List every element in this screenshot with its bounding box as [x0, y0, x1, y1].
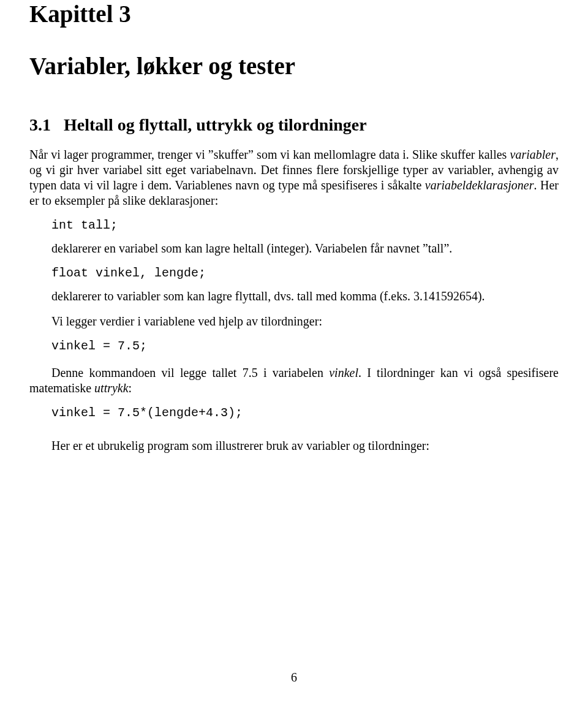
- text-run: Denne kommandoen vil legge tallet 7.5 i …: [51, 366, 329, 379]
- italic-term: variabler: [510, 148, 556, 161]
- italic-term: tilordninger: [261, 314, 318, 328]
- text-run: :: [318, 314, 322, 328]
- paragraph-float-expl: deklarerer to variabler som kan lagre fl…: [51, 289, 559, 304]
- section-title: Heltall og flyttall, uttrykk og tilordni…: [64, 115, 367, 134]
- italic-term: variabeldeklarasjoner: [425, 178, 534, 192]
- text-run: Når vi lager programmer, trenger vi ”sku…: [29, 148, 510, 161]
- code-int-decl: int tall;: [51, 218, 559, 232]
- code-expr: vinkel = 7.5*(lengde+4.3);: [51, 406, 559, 420]
- text-run: Vi legger verdier i variablene ved hjelp…: [51, 314, 261, 328]
- paragraph-intro: Når vi lager programmer, trenger vi ”sku…: [29, 147, 559, 208]
- paragraph-int-expl: deklarerer en variabel som kan lagre hel…: [51, 241, 559, 256]
- italic-term: vinkel: [329, 366, 358, 379]
- italic-term: uttrykk: [94, 381, 129, 395]
- page: Kapittel 3 Variabler, løkker og tester 3…: [0, 0, 588, 454]
- code-assign: vinkel = 7.5;: [51, 339, 559, 353]
- section-number: 3.1: [29, 115, 51, 134]
- paragraph-closing: Her er et ubrukelig program som illustre…: [51, 438, 559, 454]
- paragraph-assign-expl: Denne kommandoen vil legge tallet 7.5 i …: [29, 365, 559, 396]
- chapter-title: Variabler, løkker og tester: [29, 52, 559, 80]
- text-run: :: [129, 381, 132, 395]
- code-float-decl: float vinkel, lengde;: [51, 266, 559, 280]
- paragraph-tilordning: Vi legger verdier i variablene ved hjelp…: [51, 314, 559, 329]
- page-number: 6: [0, 671, 588, 685]
- chapter-label: Kapittel 3: [29, 0, 559, 28]
- section-heading: 3.1 Heltall og flyttall, uttrykk og tilo…: [29, 115, 559, 135]
